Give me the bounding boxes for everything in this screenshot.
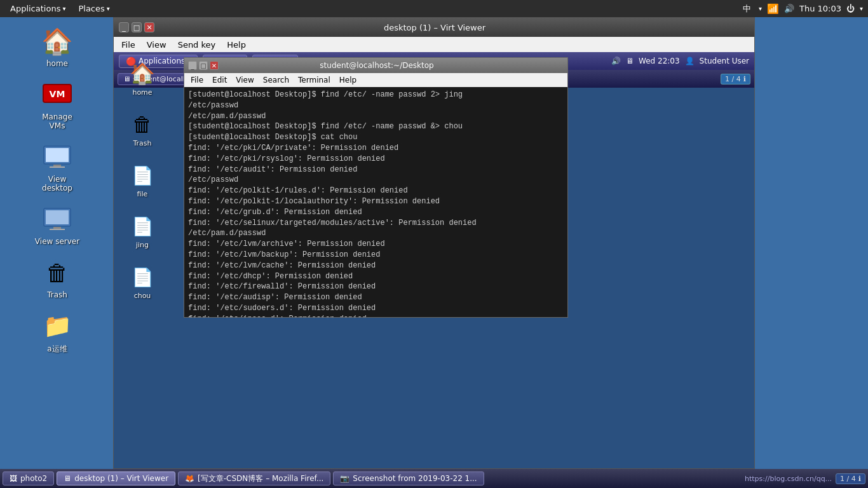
svg-rect-5 [50, 166, 65, 168]
terminal-line: [student@localhost Desktop]$ find /etc/ … [188, 121, 564, 132]
taskbar-firefox[interactable]: 🦊 [写文章-CSDN博客 – Mozilla Firef... [178, 471, 330, 485]
vm-user-icon: 👤 [685, 57, 695, 65]
power-chevron: ▾ [860, 5, 863, 12]
applications-menu[interactable]: Applications ▾ [5, 3, 71, 15]
taskbar-page-icon: ℹ [858, 475, 861, 483]
manage-vms-label: Manage VMs [34, 112, 80, 130]
input-method-indicator[interactable]: 中 [740, 3, 754, 15]
term-menu-edit[interactable]: Edit [208, 75, 231, 85]
photo2-label: photo2 [20, 474, 47, 483]
terminal-title: student@localhost:~/Desktop [219, 61, 535, 70]
term-menu-terminal[interactable]: Terminal [294, 75, 334, 85]
terminal-line: find: '/etc/polkit-1/localauthority': Pe… [188, 196, 564, 207]
terminal-line: /etc/pam.d/passwd [188, 228, 564, 239]
terminal-content[interactable]: [student@localhost Desktop]$ find /etc/ … [184, 87, 567, 317]
svg-rect-8 [53, 227, 61, 229]
vm-home-icon: 🏠 [130, 61, 155, 86]
virt-viewer-taskbar-label: desktop (1) – Virt Viewer [74, 474, 168, 483]
terminal-resize-btn[interactable]: □ [199, 61, 208, 70]
terminal-titlebar: _ □ ✕ student@localhost:~/Desktop [184, 58, 567, 73]
desktop-icon-manage-vms[interactable]: VM Manage VMs [32, 77, 83, 133]
places-label: Places [78, 4, 104, 13]
vv-menu-file[interactable]: File [116, 39, 140, 51]
terminal-line: find: '/etc/pki/rsyslog': Permission den… [188, 154, 564, 165]
terminal-line: find: '/etc/sudoers.d': Permission denie… [188, 303, 564, 314]
vm-page-indicator: 1 / 4 ℹ [721, 74, 750, 85]
terminal-wm-buttons: _ □ ✕ [188, 61, 219, 70]
terminal-line: find: '/etc/audit': Permission denied [188, 165, 564, 175]
taskbar-virt-viewer[interactable]: 🖥 desktop (1) – Virt Viewer [57, 471, 175, 485]
vm-inner-taskbar-right: 🔊 🖥 Wed 22:03 👤 Student User [611, 57, 749, 65]
taskbar-url: https://blog.csdn.cn/qq... [745, 475, 832, 483]
trash-label: Trash [47, 290, 67, 299]
vm-icon-jing[interactable]: 📄 jing [120, 211, 165, 252]
virt-viewer-minimize-btn[interactable]: _ [119, 22, 129, 32]
power-icon[interactable]: ⏻ [846, 4, 855, 13]
vm-display-icon: 🖥 [626, 57, 634, 65]
taskbar-photo2[interactable]: 🖼 photo2 [3, 471, 54, 485]
volume-icon[interactable]: 🔊 [784, 4, 794, 13]
desktop-icon-yunwei[interactable]: 📁 a运维 [32, 308, 83, 357]
view-desktop-icon [42, 142, 72, 172]
desktop-icon-view-server[interactable]: View server [32, 201, 83, 248]
vm-page-icon: ℹ [743, 75, 746, 83]
virt-viewer-window: _ □ ✕ desktop (1) – Virt Viewer File Vie… [113, 17, 755, 469]
vm-trash-icon: 🗑 [130, 112, 155, 137]
home-icon-label: home [46, 59, 68, 68]
yunwei-label: a运维 [47, 344, 67, 355]
term-menu-search[interactable]: Search [259, 75, 293, 85]
term-menu-view[interactable]: View [232, 75, 257, 85]
terminal-window: _ □ ✕ student@localhost:~/Desktop File E… [184, 57, 568, 318]
vm-file-label: file [137, 190, 148, 198]
vv-menu-help[interactable]: Help [222, 39, 251, 51]
vm-desktop: 🔴 Applications ▾ Places ▾ Terminal 🔊 🖥 W… [114, 52, 754, 468]
vv-menu-send-key[interactable]: Send key [173, 39, 221, 51]
terminal-line: find: '/etc/pki/CA/private': Permission … [188, 143, 564, 154]
virt-viewer-menubar: File View Send key Help [114, 37, 754, 52]
virt-viewer-maximize-btn[interactable]: □ [132, 22, 142, 32]
taskbar-right: https://blog.csdn.cn/qq... 1 / 4 ℹ [745, 473, 865, 484]
photo2-icon: 🖼 [10, 474, 17, 483]
term-menu-help[interactable]: Help [336, 75, 360, 85]
vm-taskbar-right: 1 / 4 ℹ [721, 74, 750, 85]
top-bar-right: 中 ▾ 📶 🔊 Thu 10:03 ⏻ ▾ [740, 3, 863, 15]
desktop-icon-trash[interactable]: 🗑 Trash [32, 255, 83, 302]
home-folder-icon: 🏠 [42, 26, 72, 57]
yunwei-folder-icon: 📁 [42, 311, 72, 341]
taskbar-screenshot[interactable]: 📷 Screenshot from 2019-03-22 1... [333, 471, 484, 485]
terminal-line: find: '/etc/firewalld': Permission denie… [188, 281, 564, 292]
terminal-line: find: '/etc/lvm/archive': Permission den… [188, 239, 564, 250]
svg-text:VM: VM [50, 89, 65, 99]
desktop-icons-area: 🏠 home VM Manage VMs View desktop [0, 17, 114, 469]
places-menu[interactable]: Places ▾ [73, 3, 114, 15]
vm-icon-chou[interactable]: 📄 chou [120, 262, 165, 302]
terminal-minimize-btn[interactable]: _ [188, 61, 197, 70]
desktop-icon-home[interactable]: 🏠 home [32, 24, 83, 71]
view-server-icon [42, 204, 72, 234]
top-bar-left: Applications ▾ Places ▾ [5, 3, 115, 15]
terminal-line: find: '/etc/lvm/backup': Permission deni… [188, 250, 564, 261]
firefox-icon: 🦊 [185, 474, 194, 483]
virt-viewer-titlebar: _ □ ✕ desktop (1) – Virt Viewer [114, 18, 754, 37]
desktop-icon-view-desktop[interactable]: View desktop [32, 139, 83, 195]
terminal-line: /etc/passwd [188, 100, 564, 111]
vm-icon-home[interactable]: 🏠 home [120, 58, 165, 99]
taskbar-page-indicator: 1 / 4 ℹ [836, 473, 865, 484]
terminal-close-btn[interactable]: ✕ [210, 61, 219, 70]
terminal-line: find: '/etc/ipsec.d': Permission denied [188, 314, 564, 317]
input-method-chevron: ▾ [759, 5, 762, 12]
vm-jing-icon: 📄 [130, 214, 155, 239]
vm-icon-trash[interactable]: 🗑 Trash [120, 109, 165, 150]
term-menu-file[interactable]: File [187, 75, 207, 85]
screenshot-icon: 📷 [340, 474, 349, 483]
vm-volume-icon: 🔊 [611, 57, 621, 65]
vm-chou-icon: 📄 [130, 264, 155, 290]
vv-menu-view[interactable]: View [142, 39, 172, 51]
vm-datetime: Wed 22:03 [639, 57, 680, 65]
vm-icon-file[interactable]: 📄 file [120, 160, 165, 201]
top-system-bar: Applications ▾ Places ▾ 中 ▾ 📶 🔊 Thu 10:0… [0, 0, 868, 17]
applications-label: Applications [10, 4, 60, 13]
virt-viewer-close-btn[interactable]: ✕ [144, 22, 154, 32]
terminal-line: find: '/etc/dhcp': Permission denied [188, 271, 564, 282]
screenshot-label: Screenshot from 2019-03-22 1... [353, 474, 477, 483]
